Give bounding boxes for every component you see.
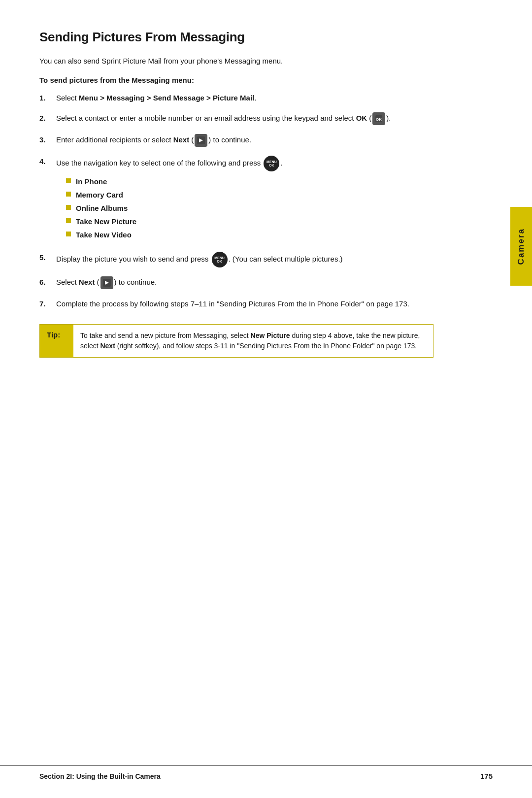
footer-section-label: Section 2I: Using the Built-in Camera [39,772,161,780]
step-2: Select a contact or enter a mobile numbe… [39,112,433,125]
step-3: Enter additional recipients or select Ne… [39,134,433,147]
intro-paragraph: You can also send Sprint Picture Mail fr… [39,56,433,67]
tip-label: Tip: [40,325,73,357]
svg-text:OK: OK [376,117,382,122]
next-softkey-icon-6 [100,276,113,289]
steps-list: Select Menu > Messaging > Send Message >… [39,92,433,310]
footer-page-number: 175 [480,772,493,780]
option-take-new-video: Take New Video [66,230,433,240]
page-title: Sending Pictures From Messaging [39,30,433,45]
option-memory-card: Memory Card [66,190,433,200]
step-7: Complete the process by following steps … [39,298,433,309]
section-label: To send pictures from the Messaging menu… [39,76,433,84]
side-tab: Camera [510,207,532,286]
bullet-icon [66,218,71,223]
tip-next: Next [100,342,115,350]
step1-menu: Menu > Messaging > Send Message > Pictur… [79,94,254,102]
step6-next-label: Next [79,278,95,286]
bullet-icon [66,178,71,183]
next-softkey-icon-3 [195,134,207,147]
step-4: Use the navigation key to select one of … [39,156,433,243]
tip-new-picture: New Picture [251,332,290,339]
bullet-icon [66,192,71,197]
ok-softkey-icon: OK [372,112,385,125]
footer: Section 2I: Using the Built-in Camera 17… [0,765,532,780]
step3-next-label: Next [173,135,190,144]
bullet-icon [66,205,71,210]
step2-ok-label: OK [356,114,367,122]
bullet-icon [66,232,71,236]
tip-box: Tip: To take and send a new picture from… [39,324,433,358]
menu-ok-key: MENU OK [264,156,279,171]
side-tab-label: Camera [516,228,526,265]
menu-ok-key-5: MENU OK [212,252,228,267]
step-1: Select Menu > Messaging > Send Message >… [39,92,433,103]
step-6: Select Next ( ) to continue. [39,276,433,289]
tip-content: To take and send a new picture from Mess… [73,325,433,357]
option-in-phone: In Phone [66,176,433,187]
step-5: Display the picture you wish to send and… [39,252,433,267]
option-online-albums: Online Albums [66,203,433,213]
option-take-new-picture: Take New Picture [66,216,433,227]
options-list: In Phone Memory Card Online Albums Take … [56,176,433,240]
